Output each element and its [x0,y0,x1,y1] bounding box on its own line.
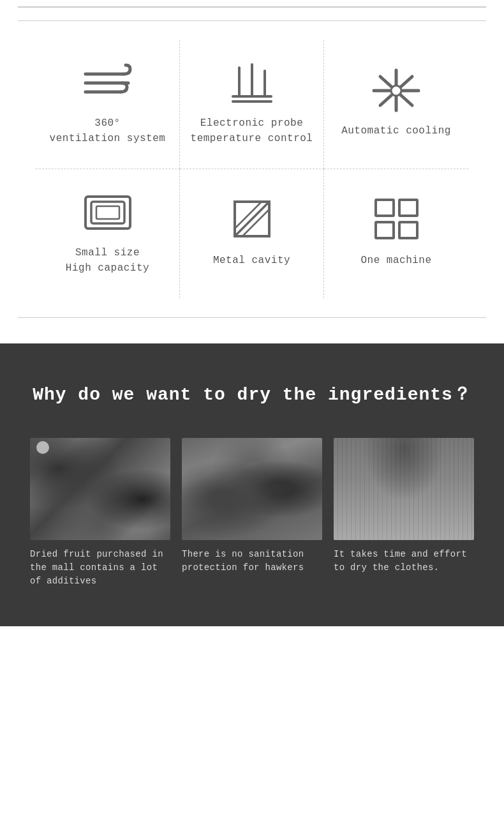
clothes-image [334,438,474,540]
feature-machine: One machine [324,169,468,298]
svg-line-15 [235,202,262,229]
svg-rect-18 [399,200,417,216]
svg-rect-19 [376,222,394,238]
svg-line-16 [242,209,269,236]
metal-label: Metal cavity [213,253,290,268]
image-card-hawkers: There is no sanitation protection for ha… [182,438,322,588]
cavity-icon [226,197,278,241]
svg-rect-12 [96,206,119,219]
svg-point-9 [391,86,401,96]
box-icon [82,189,133,234]
feature-size: Small size High capacity [36,169,180,298]
feature-cooling: Automatic cooling [324,40,468,169]
svg-rect-20 [399,222,417,238]
hawkers-image [182,438,322,540]
feature-probe: Electronic probe temperature control [180,40,324,169]
features-section: 360° ventilation system Electronic probe [18,20,486,318]
wind-icon [82,59,133,104]
svg-rect-17 [376,200,394,216]
images-row: Dried fruit purchased in the mall contai… [18,438,486,588]
hawkers-caption: There is no sanitation protection for ha… [182,548,322,575]
svg-line-14 [235,202,269,236]
clothes-caption: It takes time and effort to dry the clot… [334,548,474,575]
features-grid: 360° ventilation system Electronic probe [36,40,468,298]
fruit-image [30,438,170,540]
size-label: Small size High capacity [66,245,149,276]
cooling-label: Automatic cooling [341,123,451,139]
ventilation-label: 360° ventilation system [50,116,166,146]
grid-icon [371,197,422,241]
dark-section-title: Why do we want to dry the ingredients？ [18,382,486,406]
probe-label: Electronic probe temperature control [191,116,313,146]
probe-icon [226,59,278,104]
image-card-clothes: It takes time and effort to dry the clot… [334,438,474,588]
fruit-caption: Dried fruit purchased in the mall contai… [30,548,170,588]
feature-metal: Metal cavity [180,169,324,298]
machine-label: One machine [360,253,431,268]
image-card-fruit: Dried fruit purchased in the mall contai… [30,438,170,588]
dark-section: Why do we want to dry the ingredients？ D… [0,343,504,626]
top-divider [18,6,486,8]
fan-icon [371,67,422,112]
feature-ventilation: 360° ventilation system [36,40,180,169]
